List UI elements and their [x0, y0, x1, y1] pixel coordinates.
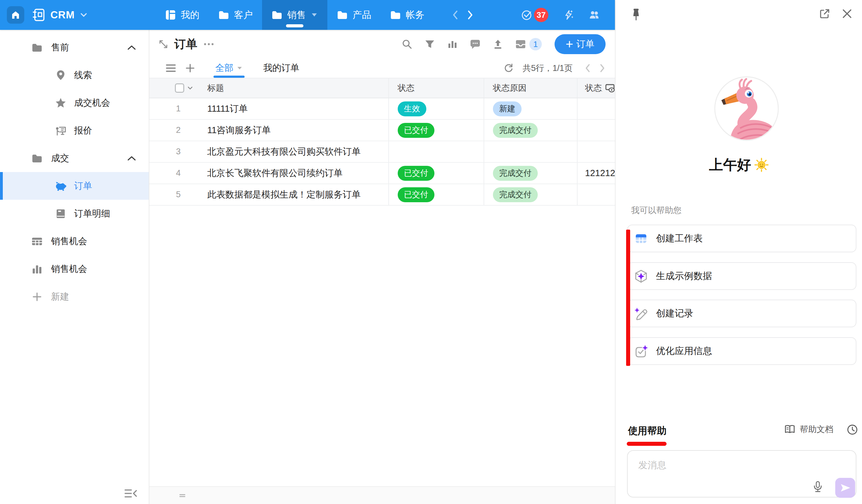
folder-icon [390, 10, 401, 20]
upload-icon[interactable] [492, 38, 504, 50]
sidebar-item-new[interactable]: 新建 [0, 283, 149, 310]
order-title[interactable]: 北京盈元大科技有限公司购买软件订单 [207, 141, 388, 162]
folder-icon [337, 10, 348, 20]
assistant-flamingo-avatar [714, 76, 779, 141]
new-order-button[interactable]: 订单 [554, 34, 605, 54]
order-title[interactable]: 11咨询服务订单 [207, 120, 388, 141]
send-button[interactable] [835, 478, 855, 498]
inbox-count-badge[interactable]: 1 [529, 38, 542, 50]
microphone-icon[interactable] [812, 480, 824, 493]
column-header-status-reason[interactable]: 状态原因 [484, 78, 577, 98]
app-switcher-chevron-icon[interactable] [80, 12, 88, 18]
active-tab-indicator [286, 24, 303, 27]
order-title[interactable]: 北京长飞聚软件有限公司续约订单 [207, 163, 388, 184]
chevron-up-icon[interactable] [127, 156, 136, 161]
history-clock-icon[interactable] [847, 424, 858, 436]
refresh-icon[interactable] [503, 63, 514, 74]
open-in-new-icon[interactable] [819, 8, 831, 20]
column-header-truncated[interactable]: 状态原 [577, 78, 615, 98]
close-icon[interactable] [841, 8, 853, 20]
column-header-status[interactable]: 状态 [388, 78, 484, 98]
add-view-icon[interactable] [185, 64, 195, 73]
sidebar-item-leads[interactable]: 线索 [0, 61, 149, 89]
suggestion-create-worksheet[interactable]: 创建工作表 [627, 225, 857, 252]
table-row[interactable]: 3 北京盈元大科技有限公司购买软件订单 [149, 141, 615, 163]
app-logo-icon [32, 8, 45, 22]
status-reason-badge: 完成交付 [493, 166, 538, 181]
folder-icon [31, 153, 43, 164]
column-header-title[interactable]: 标题 [207, 78, 388, 98]
red-annotation-bar [626, 229, 630, 366]
page-title: 订单 [174, 36, 197, 52]
status-reason-badge: 完成交付 [493, 187, 538, 202]
order-title[interactable]: 11111订单 [207, 98, 388, 119]
sidebar-item-quotes[interactable]: 报价 [0, 117, 149, 144]
view-tab-my-orders[interactable]: 我的订单 [263, 58, 299, 78]
collapse-sidebar-button[interactable] [122, 487, 140, 500]
tab-billing[interactable]: 帐务 [381, 0, 434, 30]
suggestion-create-record[interactable]: 创建记录 [627, 300, 857, 327]
chart-icon[interactable] [446, 38, 458, 50]
book-open-icon [784, 424, 795, 434]
folder-icon [31, 42, 43, 53]
bar-chart-icon [31, 264, 43, 274]
status-reason-badge: 完成交付 [493, 123, 538, 138]
sidebar-group-deals[interactable]: 成交 [0, 144, 149, 172]
filter-icon[interactable] [424, 38, 436, 50]
help-row: 使用帮助 帮助文档 [615, 423, 862, 439]
home-button[interactable] [7, 6, 24, 24]
automation-spark-icon[interactable] [563, 9, 574, 21]
scroll-right-icon[interactable] [467, 10, 474, 20]
pin-icon[interactable] [630, 8, 642, 21]
help-doc-link[interactable]: 帮助文档 [784, 424, 833, 435]
members-people-icon[interactable] [589, 9, 601, 21]
tab-my[interactable]: 我的 [156, 0, 209, 30]
table-summary-bar [149, 486, 615, 504]
status-badge: 生效 [398, 102, 426, 116]
sidebar-item-orders[interactable]: 订单 [0, 172, 149, 200]
tab-customers[interactable]: 客户 [209, 0, 262, 30]
pagination-text: 共5行，1/1页 [522, 63, 573, 74]
app-logo-group[interactable]: CRM [32, 0, 88, 30]
pencil-sparkle-icon [634, 307, 648, 320]
tab-sales[interactable]: 销售 [262, 0, 327, 30]
notification-count-badge[interactable]: 37 [534, 8, 548, 22]
table-row[interactable]: 1 11111订单 生效 新建 [149, 98, 615, 120]
order-title[interactable]: 此表数据都是模拟生成！定制服务订单 [207, 184, 388, 205]
comments-icon[interactable] [469, 38, 481, 50]
sidebar-item-sales-opportunities-chart[interactable]: 销售机会 [0, 255, 149, 283]
checkbox-sparkle-icon [634, 344, 648, 358]
view-caret-icon[interactable] [236, 66, 243, 70]
more-options-icon[interactable] [203, 42, 215, 47]
sidebar-item-order-details[interactable]: 订单明细 [0, 200, 149, 227]
folder-icon [271, 10, 283, 20]
prev-page-icon[interactable] [585, 64, 591, 73]
row-menu-chevron-icon[interactable] [187, 86, 193, 90]
view-tab-all[interactable]: 全部 [216, 58, 243, 78]
main-content: 订单 [149, 30, 615, 504]
suggestion-generate-sample-data[interactable]: 生成示例数据 [627, 262, 857, 290]
table-row[interactable]: 5 此表数据都是模拟生成！定制服务订单 已交付 完成交付 [149, 184, 615, 205]
tasks-check-circle-icon[interactable] [521, 9, 533, 21]
sidebar-item-sales-opportunities-table[interactable]: 销售机会 [0, 227, 149, 255]
suggestion-optimize-app-info[interactable]: 优化应用信息 [627, 337, 857, 365]
chevron-up-icon[interactable] [127, 45, 136, 50]
table-row[interactable]: 2 11咨询服务订单 已交付 完成交付 [149, 120, 615, 141]
topbar-right-actions: 37 [521, 0, 601, 30]
scroll-left-icon[interactable] [452, 10, 459, 20]
sidebar-item-opportunities[interactable]: 成交机会 [0, 89, 149, 117]
tab-products[interactable]: 产品 [327, 0, 381, 30]
piggy-bank-icon [55, 181, 67, 191]
view-list-icon[interactable] [166, 64, 176, 72]
summary-equals-icon[interactable] [179, 493, 185, 498]
field-config-icon[interactable] [605, 83, 615, 93]
table-row[interactable]: 4 北京长飞聚软件有限公司续约订单 已交付 完成交付 121212 [149, 163, 615, 184]
inbox-icon[interactable] [515, 38, 526, 50]
tab-dropdown-caret-icon[interactable] [311, 12, 318, 17]
expand-diagonal-icon[interactable] [158, 39, 169, 50]
sidebar-group-presales[interactable]: 售前 [0, 34, 149, 61]
folder-icon [218, 10, 229, 20]
next-page-icon[interactable] [599, 64, 605, 73]
select-all-checkbox[interactable] [175, 83, 184, 93]
search-icon[interactable] [401, 38, 413, 50]
